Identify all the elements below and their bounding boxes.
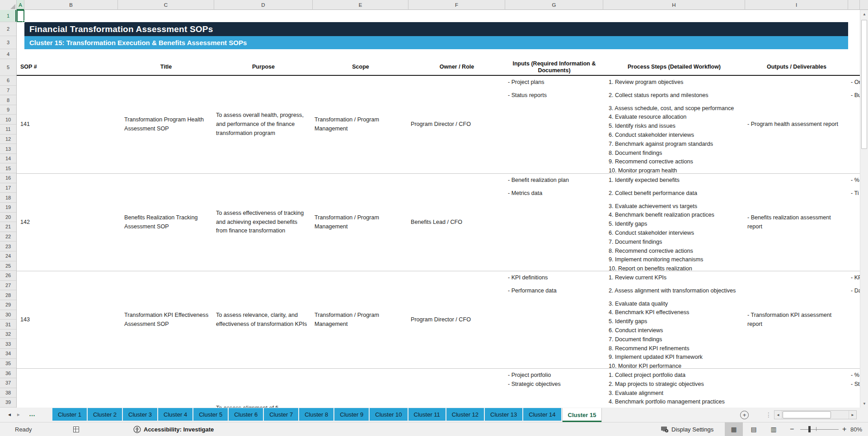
zoom-out-icon[interactable]: − (790, 422, 794, 436)
header-steps[interactable]: Process Steps (Detailed Workflow) (603, 59, 745, 75)
row-header[interactable]: 30 (0, 310, 16, 320)
cell-process-steps[interactable]: 1. Review program objectives2. Collect s… (603, 76, 745, 173)
sheet-tab[interactable]: Cluster 1 (52, 408, 87, 421)
row-header[interactable]: 19 (0, 203, 16, 213)
macro-record-icon[interactable] (73, 422, 79, 436)
row-header[interactable]: 24 (0, 251, 16, 261)
column-header[interactable]: C (118, 0, 214, 10)
normal-view-icon[interactable]: ▦ (725, 422, 743, 436)
column-header[interactable]: H (603, 0, 745, 10)
horizontal-scrollbar[interactable]: ◄ ► (774, 410, 857, 419)
row-header[interactable]: 36 (0, 368, 16, 378)
row-header[interactable]: 1 (0, 10, 16, 22)
active-cell-selection[interactable] (17, 10, 24, 22)
row-header[interactable]: 12 (0, 135, 16, 144)
row-header[interactable]: 10 (0, 115, 16, 125)
cell-title[interactable] (118, 369, 214, 408)
scroll-right-icon[interactable]: ► (849, 411, 856, 419)
column-header[interactable]: B (24, 0, 118, 10)
row-header[interactable]: 16 (0, 173, 16, 183)
row-header[interactable]: 6 (0, 76, 16, 86)
row-header[interactable]: 17 (0, 183, 16, 193)
sheet-tab[interactable]: Cluster 13 (485, 408, 522, 421)
row-header[interactable]: 20 (0, 213, 16, 223)
tab-scroll-right-icon[interactable]: ► (16, 412, 21, 417)
sheet-tab[interactable]: Cluster 3 (123, 408, 157, 421)
cell-outputs[interactable]: - Program health assessment report (745, 76, 848, 173)
scroll-down-icon[interactable]: ▼ (860, 399, 868, 408)
column-header[interactable]: I (745, 0, 848, 10)
zoom-slider-track[interactable] (800, 429, 839, 430)
tab-scroll-left-icon[interactable]: ◄ (7, 412, 12, 417)
header-sop[interactable]: SOP # (17, 59, 118, 75)
tabbar-divider-dots[interactable]: ⋮ (765, 411, 772, 418)
column-header[interactable]: G (505, 0, 603, 10)
cell-inputs[interactable]: - Benefit realization plan- Metrics data (505, 174, 603, 271)
header-clipped-column[interactable] (848, 59, 860, 75)
row-header[interactable]: 7 (0, 86, 16, 96)
row-header[interactable]: 32 (0, 329, 16, 339)
sheet-tab[interactable]: Cluster 2 (88, 408, 122, 421)
cell-scope[interactable] (313, 369, 408, 408)
cell-inputs[interactable]: - Project portfolio- Strategic objective… (505, 369, 603, 408)
header-inputs[interactable]: Inputs (Required Information & Documents… (505, 59, 603, 75)
accessibility-status[interactable]: Accessibility: Investigate (133, 422, 214, 436)
row-header[interactable]: 15 (0, 163, 16, 173)
column-header[interactable] (848, 0, 860, 10)
cell-purpose[interactable]: To assess alignment of fi (214, 369, 313, 408)
cell-title[interactable]: Benefits Realization Tracking Assessment… (118, 174, 214, 271)
row-header[interactable]: 23 (0, 241, 16, 251)
sheet-tab[interactable]: Cluster 12 (446, 408, 484, 421)
cell-outputs[interactable] (745, 369, 848, 408)
row-header[interactable]: 26 (0, 271, 16, 281)
cell-owner[interactable]: Program Director / CFO (408, 271, 505, 368)
cell-clipped-column[interactable]: - %- St (848, 369, 860, 408)
fill-handle[interactable] (23, 20, 25, 23)
cell-clipped-column[interactable]: - %- Ti (848, 174, 860, 271)
vertical-scrollbar-thumb[interactable] (861, 20, 867, 149)
sheet-tab[interactable]: Cluster 14 (523, 408, 561, 421)
sheet-tab[interactable]: Cluster 9 (334, 408, 369, 421)
cell-owner[interactable]: Benefits Lead / CFO (408, 174, 505, 271)
row-header[interactable]: 2 (0, 22, 16, 36)
sheet-title-cell[interactable]: Financial Transformation Assessment SOPs (24, 22, 848, 36)
row-header[interactable]: 29 (0, 300, 16, 310)
sheet-tab[interactable]: Cluster 7 (264, 408, 298, 421)
header-purpose[interactable]: Purpose (214, 59, 313, 75)
cell-process-steps[interactable]: 1. Identify expected benefits2. Collect … (603, 174, 745, 271)
row-header[interactable]: 8 (0, 95, 16, 105)
cell-outputs[interactable]: - Transformation KPI assessment report (745, 271, 848, 368)
cell-owner[interactable]: Program Director / CFO (408, 76, 505, 173)
cell-title[interactable]: Transformation Program Health Assessment… (118, 76, 214, 173)
row-header[interactable]: 22 (0, 232, 16, 242)
cell-title[interactable]: Transformation KPI Effectiveness Assessm… (118, 271, 214, 368)
column-header[interactable]: E (313, 0, 408, 10)
header-owner[interactable]: Owner / Role (408, 59, 505, 75)
scroll-left-icon[interactable]: ◄ (774, 411, 782, 419)
sheet-tab[interactable]: Cluster 6 (229, 408, 263, 421)
row-header[interactable]: 33 (0, 339, 16, 349)
cell-sop-number[interactable]: 143 (17, 271, 118, 368)
cell-purpose[interactable]: To assess relevance, clarity, and effect… (214, 271, 313, 368)
cell-sop-number[interactable] (17, 369, 118, 408)
cell-sop-number[interactable]: 141 (17, 76, 118, 173)
cell-clipped-column[interactable]: - KP- Da (848, 271, 860, 368)
cell-scope[interactable]: Transformation / Program Management (313, 174, 408, 271)
cell-purpose[interactable]: To assess effectiveness of tracking and … (214, 174, 313, 271)
header-scope[interactable]: Scope (313, 59, 408, 75)
cell-process-steps[interactable]: 1. Review current KPIs2. Assess alignmen… (603, 271, 745, 368)
row-header[interactable]: 37 (0, 378, 16, 388)
header-title[interactable]: Title (118, 59, 214, 75)
header-outputs[interactable]: Outputs / Deliverables (745, 59, 848, 75)
select-all-corner[interactable] (0, 0, 17, 10)
row-header[interactable]: 35 (0, 359, 16, 369)
row-header[interactable]: 4 (0, 49, 16, 59)
horizontal-scrollbar-thumb[interactable] (783, 411, 831, 418)
row-header[interactable]: 34 (0, 349, 16, 359)
column-header[interactable]: F (408, 0, 505, 10)
row-header[interactable]: 28 (0, 290, 16, 300)
row-header[interactable]: 25 (0, 261, 16, 271)
cell-purpose[interactable]: To assess overall health, progress, and … (214, 76, 313, 173)
cell-owner[interactable] (408, 369, 505, 408)
sheet-subtitle-cell[interactable]: Cluster 15: Transformation Execution & B… (24, 36, 848, 49)
